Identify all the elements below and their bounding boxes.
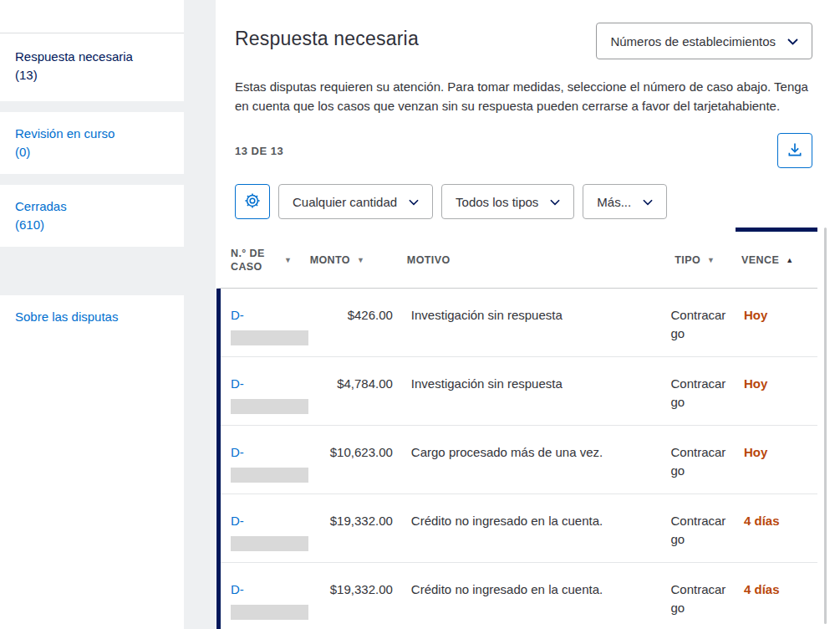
case-link[interactable]: D- xyxy=(231,375,244,393)
more-filters-label: Más... xyxy=(597,195,631,209)
download-icon xyxy=(787,141,803,161)
table-row[interactable]: D- $10,623.00 Cargo procesado más de una… xyxy=(221,426,817,494)
sidebar-background xyxy=(0,339,184,629)
sort-caret-down-icon: ▼ xyxy=(284,253,292,267)
amount-cell: $19,332.00 xyxy=(308,494,401,530)
table-scrollbar[interactable] xyxy=(824,228,827,624)
sidebar-item-respuesta-necesaria[interactable]: Respuesta necesaria (13) xyxy=(0,33,184,101)
due-cell: Hoy xyxy=(739,426,817,462)
sidebar-gap xyxy=(0,101,184,112)
page-description: Estas disputas requieren su atención. Pa… xyxy=(235,77,811,115)
redacted-case-number xyxy=(231,399,308,414)
due-cell: Hoy xyxy=(739,289,817,325)
column-header-tipo[interactable]: TIPO ▼ xyxy=(668,253,736,267)
type-cell: Contracargo xyxy=(664,357,739,412)
amount-cell: $10,623.00 xyxy=(308,426,401,462)
merchant-selector-label: Números de establecimientos xyxy=(610,34,776,49)
amount-cell: $19,332.00 xyxy=(308,563,401,599)
case-cell: D- xyxy=(221,357,308,414)
case-cell: D- xyxy=(221,494,308,551)
column-header-case[interactable]: N.° DE CASO ▼ xyxy=(221,247,310,274)
sort-caret-down-icon: ▼ xyxy=(357,253,364,267)
amount-cell: $426.00 xyxy=(308,289,401,325)
type-cell: Contracargo xyxy=(664,426,739,480)
type-cell: Contracargo xyxy=(664,289,739,343)
sidebar-item-revision-en-curso[interactable]: Revisión en curso (0) xyxy=(0,112,184,174)
sidebar-item-sobre-las-disputas[interactable]: Sobre las disputas xyxy=(0,295,184,339)
download-button[interactable] xyxy=(777,133,812,168)
sort-caret-up-icon: ▲ xyxy=(786,253,793,267)
page-title: Respuesta necesaria xyxy=(235,28,419,50)
table-row[interactable]: D- $19,332.00 Crédito no ingresado en la… xyxy=(221,563,817,629)
case-cell: D- xyxy=(221,563,308,620)
results-row: 13 DE 13 xyxy=(216,133,840,168)
disputes-table: N.° DE CASO ▼ MONTO ▼ MOTIVO TIPO ▼ VENC… xyxy=(216,228,817,629)
reason-cell: Investigación sin respuesta xyxy=(401,289,664,325)
case-link[interactable]: D- xyxy=(231,580,244,599)
column-header-vence[interactable]: VENCE ▲ xyxy=(736,253,817,267)
sidebar-item-cerradas[interactable]: Cerradas (610) xyxy=(0,185,184,247)
amount-filter-label: Cualquier cantidad xyxy=(293,195,397,209)
column-header-motivo[interactable]: MOTIVO xyxy=(397,253,668,267)
sort-caret-down-icon: ▼ xyxy=(707,253,715,267)
due-cell: 4 días xyxy=(739,563,817,599)
type-cell: Contracargo xyxy=(664,494,739,549)
amount-filter-dropdown[interactable]: Cualquier cantidad xyxy=(278,184,433,219)
due-cell: 4 días xyxy=(739,494,817,530)
reason-cell: Crédito no ingresado en la cuenta. xyxy=(401,563,664,599)
case-link[interactable]: D- xyxy=(231,512,244,530)
table-row[interactable]: D- $19,332.00 Crédito no ingresado en la… xyxy=(221,494,817,563)
case-cell: D- xyxy=(221,426,308,483)
amount-cell: $4,784.00 xyxy=(308,357,401,393)
page-header: Respuesta necesaria Números de estableci… xyxy=(216,0,840,59)
main-content: Respuesta necesaria Números de estableci… xyxy=(216,0,840,629)
redacted-case-number xyxy=(231,330,308,345)
case-link[interactable]: D- xyxy=(231,306,244,325)
gear-icon xyxy=(243,192,262,212)
active-sort-column-indicator xyxy=(736,228,817,232)
sidebar-column: Respuesta necesaria (13) Revisión en cur… xyxy=(0,0,184,629)
sidebar-gap xyxy=(0,247,184,295)
type-filter-dropdown[interactable]: Todos los tipos xyxy=(441,184,574,219)
chevron-down-icon xyxy=(643,199,653,206)
more-filters-dropdown[interactable]: Más... xyxy=(583,184,667,219)
redacted-case-number xyxy=(231,468,308,483)
disputes-page: Respuesta necesaria (13) Revisión en cur… xyxy=(0,0,840,629)
reason-cell: Cargo procesado más de una vez. xyxy=(401,426,664,462)
table-header-row: N.° DE CASO ▼ MONTO ▼ MOTIVO TIPO ▼ VENC… xyxy=(216,228,817,289)
chevron-down-icon xyxy=(409,199,419,206)
table-body: D- $426.00 Investigación sin respuesta C… xyxy=(216,289,817,629)
table-row[interactable]: D- $426.00 Investigación sin respuesta C… xyxy=(221,289,817,357)
results-count: 13 DE 13 xyxy=(235,145,283,157)
case-link[interactable]: D- xyxy=(231,443,244,462)
merchant-selector-dropdown[interactable]: Números de establecimientos xyxy=(596,23,812,59)
due-cell: Hoy xyxy=(739,357,817,393)
redacted-case-number xyxy=(231,536,308,551)
sidebar: Respuesta necesaria (13) Revisión en cur… xyxy=(0,0,216,629)
sidebar-gap xyxy=(0,174,184,185)
chevron-down-icon xyxy=(550,199,560,206)
table-row[interactable]: D- $4,784.00 Investigación sin respuesta… xyxy=(221,357,817,426)
case-cell: D- xyxy=(221,289,308,345)
table-settings-button[interactable] xyxy=(235,184,270,219)
redacted-case-number xyxy=(231,605,308,620)
reason-cell: Crédito no ingresado en la cuenta. xyxy=(401,494,664,530)
column-header-monto[interactable]: MONTO ▼ xyxy=(310,253,397,267)
chevron-down-icon xyxy=(787,38,798,45)
filter-bar: Cualquier cantidad Todos los tipos Más..… xyxy=(235,184,840,219)
type-filter-label: Todos los tipos xyxy=(456,195,538,209)
sidebar-top-spacer xyxy=(0,0,184,33)
type-cell: Contracargo xyxy=(664,563,739,617)
reason-cell: Investigación sin respuesta xyxy=(401,357,664,393)
